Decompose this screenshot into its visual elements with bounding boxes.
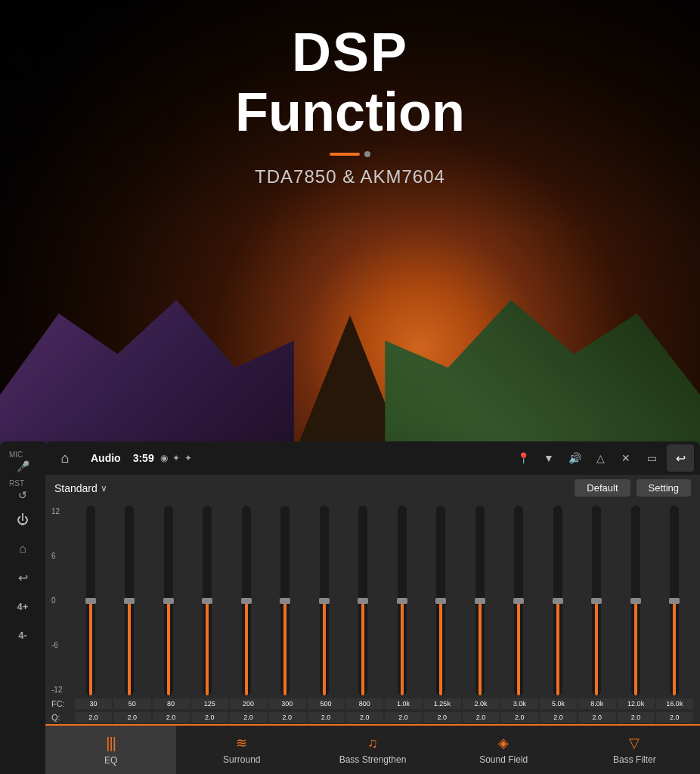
fc-val-80[interactable]: 80 bbox=[153, 698, 190, 709]
slider-thumb-8.0k[interactable] bbox=[591, 598, 602, 604]
eq-scale: 12 6 0 -6 -12 bbox=[51, 504, 70, 697]
sound-field-tab-label: Sound Field bbox=[479, 754, 528, 765]
window-icon[interactable]: ▭ bbox=[643, 449, 661, 467]
slider-track-500[interactable] bbox=[320, 506, 329, 695]
tab-bass-filter[interactable]: ▽ Bass Filter bbox=[569, 726, 700, 774]
fc-val-200[interactable]: 200 bbox=[230, 698, 267, 709]
slider-track-8.0k[interactable] bbox=[592, 506, 601, 695]
eq-band-30 bbox=[71, 504, 110, 697]
eject-icon[interactable]: △ bbox=[591, 449, 609, 467]
back-side-button[interactable]: ↩ bbox=[6, 564, 39, 591]
slider-track-50[interactable] bbox=[125, 506, 134, 695]
back-button[interactable]: ↩ bbox=[667, 444, 694, 472]
q-values: 2.02.02.02.02.02.02.02.02.02.02.02.02.02… bbox=[74, 712, 694, 723]
tab-bass-strengthen[interactable]: ♫ Bass Strengthen bbox=[307, 726, 438, 774]
side-buttons-panel: MIC 🎤 RST ↺ ⏻ ⌂ ↩ 4+ 4- bbox=[0, 441, 45, 774]
default-button[interactable]: Default bbox=[575, 479, 630, 497]
fc-val-16.0k[interactable]: 16.0k bbox=[656, 698, 693, 709]
slider-thumb-2.0k[interactable] bbox=[475, 598, 485, 604]
q-val-16.0k[interactable]: 2.0 bbox=[656, 712, 693, 723]
slider-thumb-16.0k[interactable] bbox=[669, 598, 680, 604]
fc-val-500[interactable]: 500 bbox=[308, 698, 345, 709]
home-side-button[interactable]: ⌂ bbox=[6, 535, 39, 562]
q-val-3.0k[interactable]: 2.0 bbox=[501, 712, 538, 723]
fc-val-1.0k[interactable]: 1.0k bbox=[385, 698, 422, 709]
q-val-1.25k[interactable]: 2.0 bbox=[423, 712, 460, 723]
slider-track-3.0k[interactable] bbox=[514, 506, 523, 695]
slider-track-300[interactable] bbox=[280, 506, 290, 695]
vol-down-button[interactable]: 4- bbox=[6, 621, 39, 649]
preset-select[interactable]: Standard ∨ bbox=[54, 482, 107, 494]
slider-track-30[interactable] bbox=[86, 506, 95, 695]
vol-up-button[interactable]: 4+ bbox=[6, 593, 39, 620]
slider-thumb-80[interactable] bbox=[163, 598, 174, 604]
q-val-80[interactable]: 2.0 bbox=[153, 712, 190, 723]
slider-fill-1.0k bbox=[401, 601, 404, 696]
slider-track-125[interactable] bbox=[203, 506, 212, 695]
q-val-1.0k[interactable]: 2.0 bbox=[385, 712, 422, 723]
fc-val-1.25k[interactable]: 1.25k bbox=[423, 698, 460, 709]
q-val-200[interactable]: 2.0 bbox=[230, 712, 267, 723]
q-val-12.0k[interactable]: 2.0 bbox=[618, 712, 655, 723]
slider-fill-12.0k bbox=[634, 601, 637, 696]
fc-val-30[interactable]: 30 bbox=[75, 698, 112, 709]
tab-surround[interactable]: ≋ Surround bbox=[176, 726, 307, 774]
slider-track-200[interactable] bbox=[242, 506, 251, 695]
slider-thumb-5.0k[interactable] bbox=[553, 598, 563, 604]
fc-val-8.0k[interactable]: 8.0k bbox=[578, 698, 615, 709]
setting-button[interactable]: Setting bbox=[637, 479, 691, 497]
mic-label: MIC bbox=[9, 450, 23, 459]
q-val-5.0k[interactable]: 2.0 bbox=[540, 712, 577, 723]
slider-thumb-30[interactable] bbox=[85, 598, 96, 604]
q-val-125[interactable]: 2.0 bbox=[191, 712, 228, 723]
q-val-8.0k[interactable]: 2.0 bbox=[578, 712, 615, 723]
slider-thumb-500[interactable] bbox=[319, 598, 330, 604]
fc-val-50[interactable]: 50 bbox=[113, 698, 150, 709]
slider-track-2.0k[interactable] bbox=[475, 506, 485, 695]
slider-thumb-125[interactable] bbox=[202, 598, 212, 604]
q-val-50[interactable]: 2.0 bbox=[113, 712, 150, 723]
slider-track-1.25k[interactable] bbox=[436, 506, 445, 695]
slider-thumb-50[interactable] bbox=[124, 598, 135, 604]
rst-button[interactable]: RST ↺ bbox=[6, 478, 39, 505]
slider-fill-50 bbox=[128, 601, 131, 696]
slider-thumb-3.0k[interactable] bbox=[513, 598, 524, 604]
slider-track-12.0k[interactable] bbox=[631, 506, 640, 695]
slider-thumb-12.0k[interactable] bbox=[630, 598, 641, 604]
q-val-500[interactable]: 2.0 bbox=[308, 712, 345, 723]
home-button[interactable]: ⌂ bbox=[51, 444, 79, 472]
fc-val-12.0k[interactable]: 12.0k bbox=[618, 698, 655, 709]
eq-tab-label: EQ bbox=[104, 755, 117, 766]
q-val-300[interactable]: 2.0 bbox=[268, 712, 305, 723]
tab-eq[interactable]: ||| EQ bbox=[45, 726, 176, 774]
fc-val-125[interactable]: 125 bbox=[191, 698, 228, 709]
usb-icon1: ✦ bbox=[172, 453, 180, 463]
close-icon[interactable]: ✕ bbox=[617, 449, 635, 467]
q-val-30[interactable]: 2.0 bbox=[75, 712, 112, 723]
slider-thumb-800[interactable] bbox=[358, 598, 368, 604]
slider-thumb-300[interactable] bbox=[280, 598, 290, 604]
tab-sound-field[interactable]: ◈ Sound Field bbox=[438, 726, 569, 774]
slider-track-800[interactable] bbox=[358, 506, 367, 695]
power-button[interactable]: ⏻ bbox=[6, 506, 39, 534]
slider-thumb-1.25k[interactable] bbox=[435, 598, 446, 604]
fc-val-300[interactable]: 300 bbox=[268, 698, 305, 709]
volume-icon[interactable]: 🔊 bbox=[565, 449, 584, 467]
slider-thumb-200[interactable] bbox=[241, 598, 252, 604]
location-icon[interactable]: 📍 bbox=[514, 449, 532, 467]
fc-val-3.0k[interactable]: 3.0k bbox=[501, 698, 538, 709]
eq-sliders-container: 12 6 0 -6 -12 bbox=[45, 501, 700, 697]
subtitle: TDA7850 & AKM7604 bbox=[0, 166, 700, 187]
q-val-2.0k[interactable]: 2.0 bbox=[463, 712, 500, 723]
slider-track-1.0k[interactable] bbox=[398, 506, 407, 695]
slider-track-5.0k[interactable] bbox=[553, 506, 562, 695]
fc-val-5.0k[interactable]: 5.0k bbox=[540, 698, 577, 709]
fc-val-800[interactable]: 800 bbox=[346, 698, 383, 709]
slider-thumb-1.0k[interactable] bbox=[397, 598, 407, 604]
eq-band-80 bbox=[149, 504, 188, 697]
slider-track-16.0k[interactable] bbox=[670, 506, 679, 695]
slider-track-80[interactable] bbox=[164, 506, 173, 695]
fc-val-2.0k[interactable]: 2.0k bbox=[463, 698, 500, 709]
q-val-800[interactable]: 2.0 bbox=[346, 712, 383, 723]
mic-button[interactable]: MIC 🎤 bbox=[6, 449, 39, 476]
